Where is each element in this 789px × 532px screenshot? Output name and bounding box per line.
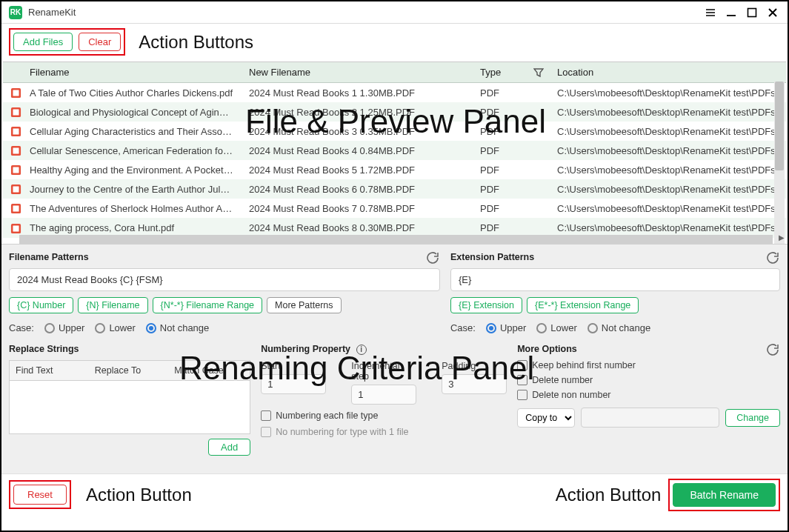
padding-label: Padding	[442, 361, 507, 371]
keep-behind-checkbox[interactable]	[517, 360, 527, 370]
replace-table: Find Text Replace To Match Case	[9, 360, 250, 434]
case-lower-label: Lower	[109, 322, 135, 333]
filter-icon[interactable]	[533, 67, 544, 78]
row-location: C:\Users\mobeesoft\Desktop\RenameKit tes…	[550, 179, 786, 199]
row-location: C:\Users\mobeesoft\Desktop\RenameKit tes…	[550, 102, 786, 122]
start-label: Start	[261, 361, 326, 371]
padding-input[interactable]	[442, 374, 507, 394]
step-label: Incremental step	[351, 361, 416, 382]
row-new-filename: 2024 Must Read Books 1 1.30MB.PDF	[242, 83, 473, 103]
file-table: Filename New Filename Type Location A Ta…	[3, 62, 786, 238]
svg-rect-20	[13, 205, 19, 212]
svg-rect-0	[748, 8, 756, 16]
numbering-property-section: Numbering Property i Start Incremental s…	[261, 344, 507, 456]
numbering-no-onefile-checkbox[interactable]	[261, 427, 271, 437]
step-input[interactable]	[351, 385, 416, 405]
col-type[interactable]: Type	[473, 62, 550, 83]
maximize-icon[interactable]	[742, 2, 762, 23]
refresh-icon[interactable]	[427, 252, 439, 264]
replace-col-find[interactable]: Find Text	[10, 361, 89, 381]
col-icon[interactable]	[3, 62, 22, 83]
numbering-eachtype-label: Numbering each file type	[276, 410, 378, 421]
ext-case-notchange-radio[interactable]	[587, 323, 598, 333]
more-options-title: More Options	[517, 344, 780, 354]
replace-add-button[interactable]: Add	[208, 439, 250, 456]
top-action-bar: Add Files Clear Action Buttons	[1, 24, 788, 61]
pattern-e-extension[interactable]: {E} Extension	[450, 297, 522, 313]
pattern-e-range[interactable]: {E*-*} Extension Range	[527, 297, 639, 313]
extension-patterns-section: Extension Patterns {E} Extension {E*-*} …	[450, 252, 780, 333]
add-files-button[interactable]: Add Files	[13, 33, 73, 51]
replace-col-to[interactable]: Replace To	[89, 361, 168, 381]
replace-col-match[interactable]: Match Case	[168, 361, 250, 381]
start-input[interactable]	[261, 374, 326, 394]
batch-rename-button[interactable]: Batch Rename	[673, 483, 776, 507]
vertical-scrollbar[interactable]	[774, 82, 785, 244]
close-icon[interactable]	[762, 2, 783, 23]
ext-case-lower-radio[interactable]	[536, 323, 547, 333]
table-row[interactable]: Cellular Senescence, American Federation…	[3, 141, 786, 160]
table-row[interactable]: Cellular Aging Characteristics and Their…	[3, 122, 786, 141]
svg-rect-17	[13, 186, 19, 193]
minimize-icon[interactable]	[721, 2, 742, 23]
row-type: PDF	[473, 160, 550, 179]
footer-bar: Reset Action Button Action Button Batch …	[1, 473, 788, 515]
copy-to-select[interactable]: Copy to	[517, 408, 575, 428]
annotation-redbox-batch: Batch Rename	[668, 479, 780, 511]
row-icon	[3, 141, 22, 160]
copy-to-path-input[interactable]	[581, 408, 719, 428]
file-preview-panel: Filename New Filename Type Location A Ta…	[3, 61, 786, 244]
refresh-icon[interactable]	[767, 252, 779, 264]
svg-rect-11	[13, 147, 19, 154]
reset-button[interactable]: Reset	[13, 485, 67, 505]
row-filename: Cellular Aging Characteristics and Their…	[22, 122, 242, 141]
refresh-icon[interactable]	[767, 344, 779, 356]
case-upper-label: Upper	[59, 322, 84, 333]
row-filename: Cellular Senescence, American Federation…	[22, 141, 242, 160]
col-location[interactable]: Location	[550, 62, 786, 83]
row-icon	[3, 199, 22, 218]
menu-icon[interactable]	[700, 2, 721, 23]
info-icon[interactable]: i	[356, 345, 367, 355]
row-location: C:\Users\mobeesoft\Desktop\RenameKit tes…	[550, 141, 786, 160]
pattern-n-range[interactable]: {N*-*} Filename Range	[153, 297, 262, 313]
annotation-redbox-top: Add Files Clear	[9, 28, 125, 56]
row-location: C:\Users\mobeesoft\Desktop\RenameKit tes…	[550, 83, 786, 103]
filename-pattern-input[interactable]	[9, 268, 440, 291]
table-row[interactable]: Biological and Physiological Concept of …	[3, 102, 786, 122]
filename-patterns-title: Filename Patterns	[9, 252, 440, 262]
clear-button[interactable]: Clear	[79, 33, 121, 51]
pattern-c-number[interactable]: {C} Number	[9, 297, 73, 313]
row-icon	[3, 102, 22, 122]
case-lower-radio[interactable]	[95, 323, 105, 333]
row-type: PDF	[473, 122, 550, 141]
ext-case-upper-radio[interactable]	[486, 323, 496, 333]
col-filename[interactable]: Filename	[22, 62, 242, 83]
more-patterns-button[interactable]: More Patterns	[267, 297, 342, 313]
case-upper-radio[interactable]	[44, 323, 55, 333]
col-new-filename[interactable]: New Filename	[242, 62, 473, 83]
table-row[interactable]: The Adventures of Sherlock Holmes Author…	[3, 199, 786, 218]
row-filename: Journey to the Centre of the Earth Autho…	[22, 179, 242, 199]
case-label: Case:	[9, 322, 34, 333]
svg-rect-8	[13, 128, 19, 135]
numbering-eachtype-checkbox[interactable]	[261, 410, 271, 421]
extension-pattern-input[interactable]	[450, 268, 780, 291]
delete-number-checkbox[interactable]	[517, 375, 527, 385]
svg-rect-2	[13, 90, 19, 96]
table-row[interactable]: Healthy Aging and the Environment. A Poc…	[3, 160, 786, 179]
extension-case-row: Case: Upper Lower Not change	[450, 322, 780, 333]
pattern-n-filename[interactable]: {N} Filename	[78, 297, 147, 313]
change-button[interactable]: Change	[725, 409, 780, 427]
horizontal-scrollbar[interactable]	[19, 235, 773, 244]
app-title: RenameKit	[28, 7, 700, 18]
row-new-filename: 2024 Must Read Books 4 0.84MB.PDF	[242, 141, 473, 160]
case-notchange-radio[interactable]	[146, 323, 156, 333]
delete-nonnumber-checkbox[interactable]	[517, 390, 527, 400]
row-location: C:\Users\mobeesoft\Desktop\RenameKit tes…	[550, 199, 786, 218]
table-row[interactable]: Journey to the Centre of the Earth Autho…	[3, 179, 786, 199]
table-row[interactable]: A Tale of Two Cities Author Charles Dick…	[3, 83, 786, 103]
row-new-filename: 2024 Must Read Books 7 0.78MB.PDF	[242, 199, 473, 218]
keep-behind-label: Keep behind first number	[532, 360, 636, 370]
replace-strings-section: Replace Strings Find Text Replace To Mat…	[9, 344, 250, 456]
